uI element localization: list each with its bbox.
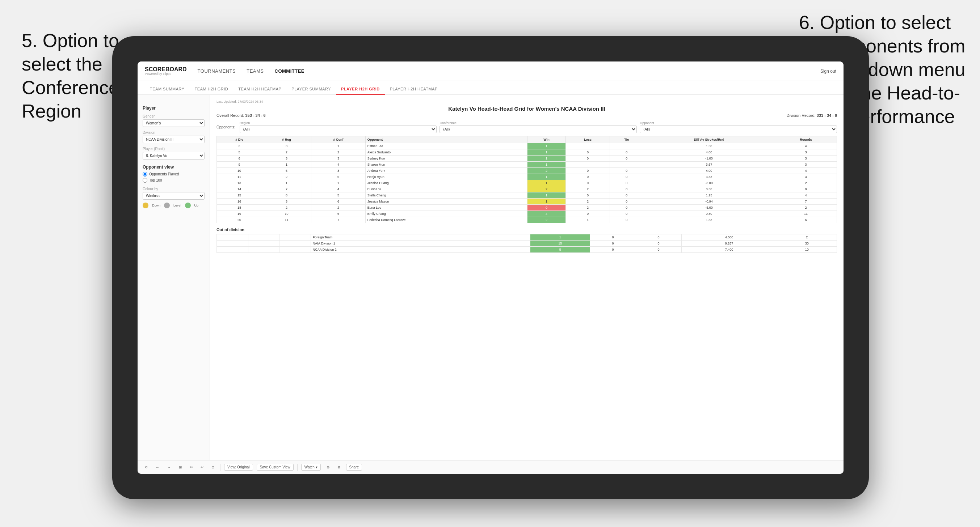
cell-reg: 7 xyxy=(262,186,311,192)
cell-tie: 0 xyxy=(610,217,643,223)
sidebar-colour-by-label: Colour by xyxy=(143,187,205,191)
sub-nav: TEAM SUMMARY TEAM H2H GRID TEAM H2H HEAT… xyxy=(138,81,843,95)
table-row: 6 3 3 Sydney Kuo 1 0 0 -1.00 3 xyxy=(217,156,837,162)
cell-loss xyxy=(565,162,610,168)
division-record-value: 331 - 34 - 6 xyxy=(817,113,837,117)
th-div: # Div xyxy=(217,137,262,143)
table-body: 3 3 1 Esther Lee 1 1.50 4 5 2 2 Alexis S… xyxy=(217,143,837,223)
cell-div: 6 xyxy=(217,156,262,162)
cell-win: 15 xyxy=(530,241,590,247)
nav-tournaments[interactable]: TOURNAMENTS xyxy=(198,67,236,75)
subnav-team-summary[interactable]: TEAM SUMMARY xyxy=(145,84,190,95)
logo-text: SCOREBOARD xyxy=(145,66,187,73)
cell-diff: -5.00 xyxy=(643,205,775,211)
table-row: 18 2 2 Euna Lee 0 2 0 -5.00 2 xyxy=(217,205,837,211)
cell-win: 5 xyxy=(530,247,590,253)
toolbar-icon2[interactable]: ⊗ xyxy=(335,464,342,470)
cell-rounds: 4 xyxy=(775,168,837,174)
cell-tie: 0 xyxy=(636,241,681,247)
cell-loss: 0 xyxy=(565,211,610,217)
opponent-filter-group: Opponent (All) xyxy=(640,121,837,133)
subnav-team-h2h-heatmap[interactable]: TEAM H2H HEATMAP xyxy=(233,84,286,95)
main-content: Player Gender Women's Division NCAA Divi… xyxy=(138,95,843,460)
cell-tie: 0 xyxy=(636,234,681,241)
cell-loss xyxy=(565,143,610,149)
cell-tie: 0 xyxy=(610,168,643,174)
cell-reg xyxy=(248,234,280,241)
conference-filter-group: Conference (All) xyxy=(439,121,637,133)
sidebar-colour-by-select[interactable]: Win/loss xyxy=(143,192,205,200)
region-filter-label: Region xyxy=(240,121,437,125)
th-loss: Loss xyxy=(565,137,610,143)
toolbar-save-custom[interactable]: Save Custom View xyxy=(257,464,294,471)
toolbar-icon1[interactable]: ⊕ xyxy=(325,464,332,470)
opponent-filter-select[interactable]: (All) xyxy=(640,125,837,133)
cell-win: 2 xyxy=(527,168,565,174)
toolbar-share[interactable]: Share xyxy=(346,464,363,471)
dot-up-label: Up xyxy=(194,204,199,207)
cell-reg: 6 xyxy=(262,168,311,174)
cell-loss: 2 xyxy=(565,198,610,205)
cell-reg xyxy=(248,247,280,253)
toolbar-redo[interactable]: ↩ xyxy=(198,464,206,470)
cell-reg: 3 xyxy=(262,143,311,149)
radio-opponents-played[interactable]: Opponents Played xyxy=(143,172,205,176)
sidebar-radio-group: Opponents Played Top 100 xyxy=(143,172,205,183)
cell-win: 1 xyxy=(527,162,565,168)
cell-diff: 1.25 xyxy=(643,192,775,198)
sidebar-player-rank-select[interactable]: 8. Katelyn Vo xyxy=(143,152,205,160)
cell-conf: 5 xyxy=(311,174,366,180)
conference-filter-select[interactable]: (All) xyxy=(439,125,637,133)
sidebar-division-select[interactable]: NCAA Division III xyxy=(143,136,205,143)
cell-div: 11 xyxy=(217,174,262,180)
th-opponent: Opponent xyxy=(365,137,527,143)
nav-teams[interactable]: TEAMS xyxy=(247,67,264,75)
cell-diff: 4.00 xyxy=(643,168,775,174)
cell-div: 20 xyxy=(217,217,262,223)
cell-div: 15 xyxy=(217,192,262,198)
ood-row: NCAA Division 2 5 0 0 7.400 10 xyxy=(217,247,837,253)
toolbar-undo[interactable]: ↺ xyxy=(143,464,150,470)
subnav-player-h2h-grid[interactable]: PLAYER H2H GRID xyxy=(336,84,385,95)
nav-bar: SCOREBOARD Powered by clippd TOURNAMENTS… xyxy=(138,62,843,81)
toolbar-back[interactable]: ← xyxy=(153,464,161,470)
toolbar-forward[interactable]: → xyxy=(165,464,173,470)
cell-div: 3 xyxy=(217,143,262,149)
cell-loss: 0 xyxy=(590,241,636,247)
cell-tie: 0 xyxy=(610,198,643,205)
cell-win: 2 xyxy=(527,217,565,223)
subnav-team-h2h-grid[interactable]: TEAM H2H GRID xyxy=(190,84,234,95)
cell-rounds: 9 xyxy=(775,186,837,192)
sign-out[interactable]: Sign out xyxy=(820,69,836,74)
cell-diff: 0.38 xyxy=(643,186,775,192)
dot-down xyxy=(143,203,148,208)
overall-record-label: Overall Record: 353 - 34 - 6 xyxy=(216,113,266,117)
toolbar-view-original[interactable]: View: Original xyxy=(224,464,253,471)
cell-win: 1 xyxy=(527,174,565,180)
subnav-player-h2h-heatmap[interactable]: PLAYER H2H HEATMAP xyxy=(385,84,443,95)
sidebar: Player Gender Women's Division NCAA Divi… xyxy=(138,95,210,460)
cell-div: 16 xyxy=(217,198,262,205)
cell-loss: 0 xyxy=(565,174,610,180)
ood-row: Foreign Team 1 0 0 4.500 2 xyxy=(217,234,837,241)
nav-committee[interactable]: COMMITTEE xyxy=(275,67,305,75)
cell-conf: 6 xyxy=(311,198,366,205)
dot-level xyxy=(164,203,170,208)
toolbar-cut[interactable]: ✂ xyxy=(188,464,195,470)
cell-conf: 4 xyxy=(311,162,366,168)
cell-rounds: 10 xyxy=(777,247,837,253)
toolbar-time[interactable]: ⊙ xyxy=(209,464,216,470)
radio-top100[interactable]: Top 100 xyxy=(143,178,205,183)
toolbar-grid[interactable]: ⊞ xyxy=(177,464,184,470)
cell-conf: 6 xyxy=(311,211,366,217)
sidebar-gender-select[interactable]: Women's xyxy=(143,119,205,127)
sidebar-division-label: Division xyxy=(143,130,205,135)
cell-conf xyxy=(280,234,311,241)
subnav-player-summary[interactable]: PLAYER SUMMARY xyxy=(286,84,336,95)
region-filter-select[interactable]: (All) xyxy=(240,125,437,133)
cell-tie xyxy=(610,162,643,168)
cell-name: Euna Lee xyxy=(365,205,527,211)
th-win: Win xyxy=(527,137,565,143)
toolbar-watch[interactable]: Watch ▾ xyxy=(301,464,321,471)
cell-tie xyxy=(610,143,643,149)
